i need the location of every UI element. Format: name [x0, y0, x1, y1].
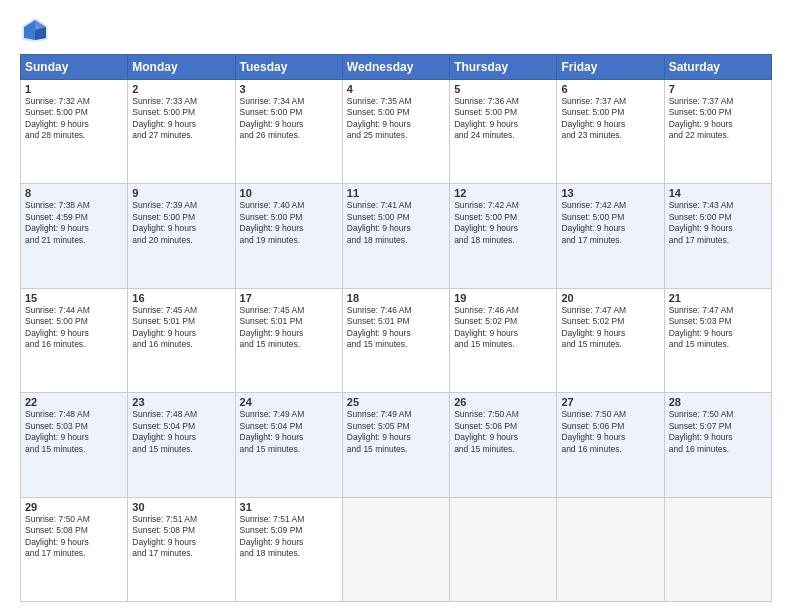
day-number: 28 [669, 396, 767, 408]
day-number: 21 [669, 292, 767, 304]
day-info: Sunrise: 7:37 AM Sunset: 5:00 PM Dayligh… [561, 96, 659, 142]
calendar-cell: 5Sunrise: 7:36 AM Sunset: 5:00 PM Daylig… [450, 80, 557, 184]
calendar-cell: 14Sunrise: 7:43 AM Sunset: 5:00 PM Dayli… [664, 184, 771, 288]
day-info: Sunrise: 7:47 AM Sunset: 5:02 PM Dayligh… [561, 305, 659, 351]
calendar-cell: 18Sunrise: 7:46 AM Sunset: 5:01 PM Dayli… [342, 288, 449, 392]
day-info: Sunrise: 7:33 AM Sunset: 5:00 PM Dayligh… [132, 96, 230, 142]
day-info: Sunrise: 7:50 AM Sunset: 5:08 PM Dayligh… [25, 514, 123, 560]
day-number: 31 [240, 501, 338, 513]
calendar-cell [664, 497, 771, 601]
day-info: Sunrise: 7:36 AM Sunset: 5:00 PM Dayligh… [454, 96, 552, 142]
day-info: Sunrise: 7:35 AM Sunset: 5:00 PM Dayligh… [347, 96, 445, 142]
day-number: 10 [240, 187, 338, 199]
day-info: Sunrise: 7:50 AM Sunset: 5:07 PM Dayligh… [669, 409, 767, 455]
day-info: Sunrise: 7:46 AM Sunset: 5:02 PM Dayligh… [454, 305, 552, 351]
calendar-weekday-thursday: Thursday [450, 55, 557, 80]
calendar-weekday-monday: Monday [128, 55, 235, 80]
calendar-cell: 6Sunrise: 7:37 AM Sunset: 5:00 PM Daylig… [557, 80, 664, 184]
day-number: 12 [454, 187, 552, 199]
day-number: 22 [25, 396, 123, 408]
day-number: 19 [454, 292, 552, 304]
calendar-cell: 29Sunrise: 7:50 AM Sunset: 5:08 PM Dayli… [21, 497, 128, 601]
calendar-cell: 11Sunrise: 7:41 AM Sunset: 5:00 PM Dayli… [342, 184, 449, 288]
calendar-cell: 15Sunrise: 7:44 AM Sunset: 5:00 PM Dayli… [21, 288, 128, 392]
day-number: 15 [25, 292, 123, 304]
calendar-cell [557, 497, 664, 601]
calendar-cell: 26Sunrise: 7:50 AM Sunset: 5:06 PM Dayli… [450, 393, 557, 497]
day-info: Sunrise: 7:49 AM Sunset: 5:04 PM Dayligh… [240, 409, 338, 455]
calendar-cell: 10Sunrise: 7:40 AM Sunset: 5:00 PM Dayli… [235, 184, 342, 288]
day-info: Sunrise: 7:50 AM Sunset: 5:06 PM Dayligh… [454, 409, 552, 455]
day-info: Sunrise: 7:49 AM Sunset: 5:05 PM Dayligh… [347, 409, 445, 455]
day-info: Sunrise: 7:51 AM Sunset: 5:09 PM Dayligh… [240, 514, 338, 560]
header [20, 16, 772, 44]
day-info: Sunrise: 7:48 AM Sunset: 5:04 PM Dayligh… [132, 409, 230, 455]
calendar-cell: 22Sunrise: 7:48 AM Sunset: 5:03 PM Dayli… [21, 393, 128, 497]
day-info: Sunrise: 7:51 AM Sunset: 5:08 PM Dayligh… [132, 514, 230, 560]
calendar-cell: 16Sunrise: 7:45 AM Sunset: 5:01 PM Dayli… [128, 288, 235, 392]
day-number: 26 [454, 396, 552, 408]
calendar-cell: 17Sunrise: 7:45 AM Sunset: 5:01 PM Dayli… [235, 288, 342, 392]
day-info: Sunrise: 7:34 AM Sunset: 5:00 PM Dayligh… [240, 96, 338, 142]
calendar-cell: 13Sunrise: 7:42 AM Sunset: 5:00 PM Dayli… [557, 184, 664, 288]
logo-icon [20, 16, 50, 44]
calendar-weekday-saturday: Saturday [664, 55, 771, 80]
calendar-cell: 8Sunrise: 7:38 AM Sunset: 4:59 PM Daylig… [21, 184, 128, 288]
day-number: 4 [347, 83, 445, 95]
calendar-weekday-friday: Friday [557, 55, 664, 80]
day-info: Sunrise: 7:43 AM Sunset: 5:00 PM Dayligh… [669, 200, 767, 246]
calendar-weekday-sunday: Sunday [21, 55, 128, 80]
calendar-cell: 12Sunrise: 7:42 AM Sunset: 5:00 PM Dayli… [450, 184, 557, 288]
day-number: 6 [561, 83, 659, 95]
calendar-week-1: 1Sunrise: 7:32 AM Sunset: 5:00 PM Daylig… [21, 80, 772, 184]
day-number: 11 [347, 187, 445, 199]
day-info: Sunrise: 7:45 AM Sunset: 5:01 PM Dayligh… [240, 305, 338, 351]
day-info: Sunrise: 7:39 AM Sunset: 5:00 PM Dayligh… [132, 200, 230, 246]
day-number: 9 [132, 187, 230, 199]
calendar-cell: 20Sunrise: 7:47 AM Sunset: 5:02 PM Dayli… [557, 288, 664, 392]
day-number: 1 [25, 83, 123, 95]
day-number: 25 [347, 396, 445, 408]
calendar-cell: 1Sunrise: 7:32 AM Sunset: 5:00 PM Daylig… [21, 80, 128, 184]
day-number: 29 [25, 501, 123, 513]
day-number: 23 [132, 396, 230, 408]
calendar-cell: 28Sunrise: 7:50 AM Sunset: 5:07 PM Dayli… [664, 393, 771, 497]
day-number: 13 [561, 187, 659, 199]
logo [20, 16, 54, 44]
day-number: 17 [240, 292, 338, 304]
day-info: Sunrise: 7:42 AM Sunset: 5:00 PM Dayligh… [454, 200, 552, 246]
calendar-cell: 27Sunrise: 7:50 AM Sunset: 5:06 PM Dayli… [557, 393, 664, 497]
calendar-week-4: 22Sunrise: 7:48 AM Sunset: 5:03 PM Dayli… [21, 393, 772, 497]
calendar-cell: 21Sunrise: 7:47 AM Sunset: 5:03 PM Dayli… [664, 288, 771, 392]
page: SundayMondayTuesdayWednesdayThursdayFrid… [0, 0, 792, 612]
calendar-week-3: 15Sunrise: 7:44 AM Sunset: 5:00 PM Dayli… [21, 288, 772, 392]
day-info: Sunrise: 7:41 AM Sunset: 5:00 PM Dayligh… [347, 200, 445, 246]
calendar-cell [450, 497, 557, 601]
calendar-weekday-tuesday: Tuesday [235, 55, 342, 80]
day-info: Sunrise: 7:47 AM Sunset: 5:03 PM Dayligh… [669, 305, 767, 351]
day-number: 30 [132, 501, 230, 513]
calendar-week-5: 29Sunrise: 7:50 AM Sunset: 5:08 PM Dayli… [21, 497, 772, 601]
calendar-cell [342, 497, 449, 601]
calendar-cell: 31Sunrise: 7:51 AM Sunset: 5:09 PM Dayli… [235, 497, 342, 601]
day-number: 2 [132, 83, 230, 95]
calendar-weekday-wednesday: Wednesday [342, 55, 449, 80]
calendar-cell: 24Sunrise: 7:49 AM Sunset: 5:04 PM Dayli… [235, 393, 342, 497]
day-info: Sunrise: 7:37 AM Sunset: 5:00 PM Dayligh… [669, 96, 767, 142]
calendar-cell: 9Sunrise: 7:39 AM Sunset: 5:00 PM Daylig… [128, 184, 235, 288]
day-number: 7 [669, 83, 767, 95]
day-info: Sunrise: 7:46 AM Sunset: 5:01 PM Dayligh… [347, 305, 445, 351]
day-number: 16 [132, 292, 230, 304]
day-info: Sunrise: 7:42 AM Sunset: 5:00 PM Dayligh… [561, 200, 659, 246]
calendar-cell: 25Sunrise: 7:49 AM Sunset: 5:05 PM Dayli… [342, 393, 449, 497]
calendar-cell: 7Sunrise: 7:37 AM Sunset: 5:00 PM Daylig… [664, 80, 771, 184]
day-info: Sunrise: 7:48 AM Sunset: 5:03 PM Dayligh… [25, 409, 123, 455]
calendar-cell: 2Sunrise: 7:33 AM Sunset: 5:00 PM Daylig… [128, 80, 235, 184]
day-info: Sunrise: 7:40 AM Sunset: 5:00 PM Dayligh… [240, 200, 338, 246]
day-number: 27 [561, 396, 659, 408]
calendar-cell: 3Sunrise: 7:34 AM Sunset: 5:00 PM Daylig… [235, 80, 342, 184]
calendar-cell: 4Sunrise: 7:35 AM Sunset: 5:00 PM Daylig… [342, 80, 449, 184]
day-number: 24 [240, 396, 338, 408]
calendar-week-2: 8Sunrise: 7:38 AM Sunset: 4:59 PM Daylig… [21, 184, 772, 288]
calendar-header-row: SundayMondayTuesdayWednesdayThursdayFrid… [21, 55, 772, 80]
